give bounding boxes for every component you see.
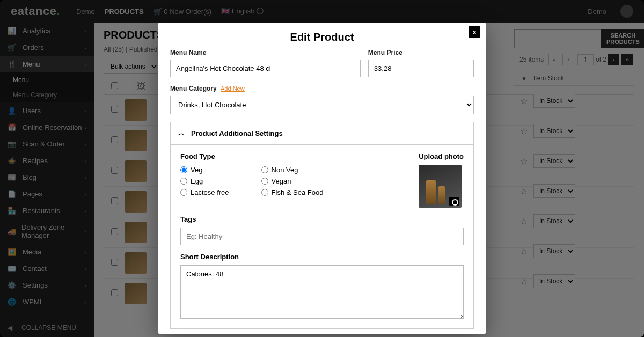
food-type-fish-sea-food[interactable]: Fish & Sea Food [261, 188, 324, 196]
food-type-radio[interactable] [261, 178, 268, 185]
menu-category-label: Menu Category Add New [170, 85, 474, 92]
accordion-toggle[interactable]: ︿ Product Additional Settings [171, 122, 473, 145]
menu-name-label: Menu Name [170, 49, 361, 56]
upload-photo-label: Upload photo [419, 152, 464, 160]
camera-icon [449, 197, 459, 206]
food-type-label-text: Egg [191, 177, 203, 185]
menu-price-label: Menu Price [368, 49, 474, 56]
add-new-category[interactable]: Add New [221, 85, 245, 92]
food-type-label-text: Fish & Sea Food [272, 188, 324, 196]
food-type-lactose-free[interactable]: Lactose free [180, 188, 229, 196]
upload-photo[interactable] [419, 165, 462, 208]
short-desc-label: Short Description [180, 253, 464, 261]
food-type-label-text: Lactose free [191, 188, 229, 196]
food-type-label-text: Vegan [272, 177, 291, 185]
menu-price-input[interactable] [368, 60, 474, 77]
food-type-label: Food Type [180, 152, 397, 160]
modal-overlay: x Edit Product Menu Name Menu Price Menu… [0, 0, 644, 337]
chevron-up-icon: ︿ [178, 129, 185, 138]
food-type-vegan[interactable]: Vegan [261, 177, 324, 185]
tags-input[interactable] [180, 228, 464, 245]
short-desc-input[interactable]: Calories: 48 [180, 265, 464, 319]
close-button[interactable]: x [469, 26, 480, 38]
edit-product-modal: x Edit Product Menu Name Menu Price Menu… [158, 23, 486, 334]
food-type-radio[interactable] [261, 166, 268, 173]
food-type-radio[interactable] [180, 166, 187, 173]
menu-name-input[interactable] [170, 60, 361, 77]
food-type-radio[interactable] [180, 189, 187, 196]
tags-label: Tags [180, 215, 464, 223]
food-type-radio[interactable] [261, 189, 268, 196]
food-type-non-veg[interactable]: Non Veg [261, 166, 324, 174]
modal-title: Edit Product [158, 23, 486, 49]
food-type-label-text: Veg [191, 166, 202, 174]
food-type-veg[interactable]: Veg [180, 166, 229, 174]
additional-settings-accordion: ︿ Product Additional Settings Food Type … [170, 122, 474, 329]
food-type-radio[interactable] [180, 178, 187, 185]
food-type-egg[interactable]: Egg [180, 177, 229, 185]
menu-category-select[interactable]: Drinks, Hot Chocolate [170, 96, 474, 114]
food-type-label-text: Non Veg [272, 166, 298, 174]
